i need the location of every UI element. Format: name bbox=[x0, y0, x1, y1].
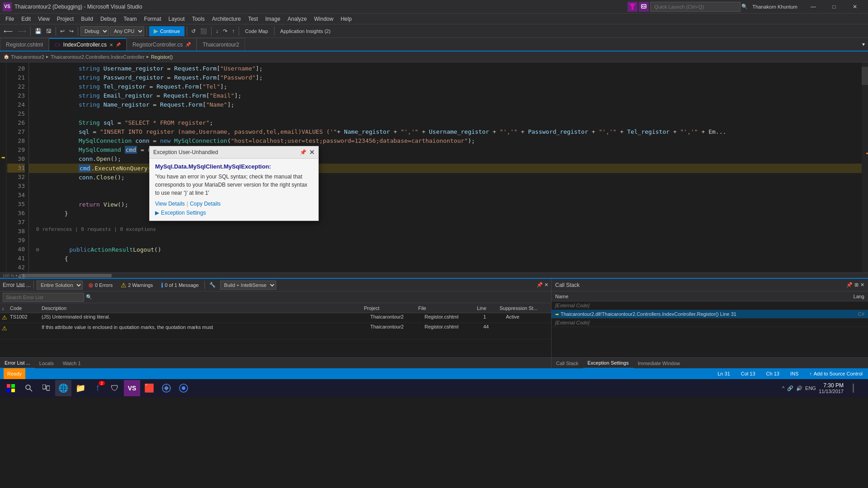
cs-pin-button[interactable]: 📌 bbox=[846, 282, 853, 288]
cs-float-button[interactable]: ⊞ bbox=[854, 282, 859, 288]
menu-view[interactable]: View bbox=[34, 14, 53, 24]
menu-debug[interactable]: Debug bbox=[97, 14, 120, 24]
nav-forward-button[interactable]: ⟶ bbox=[15, 27, 28, 36]
menu-layout[interactable]: Layout bbox=[165, 14, 189, 24]
error-row-2[interactable]: ⚠ If this attribute value is enclosed in… bbox=[0, 323, 551, 339]
tab-thaicarontour[interactable]: Thaicarontour2 bbox=[197, 38, 245, 51]
tray-clock[interactable]: 7:30 PM 11/13/2017 bbox=[819, 382, 844, 394]
undo-button[interactable]: ↩ bbox=[58, 27, 66, 35]
status-ins[interactable]: INS bbox=[788, 371, 800, 376]
tab-error-list[interactable]: Error List ... bbox=[0, 358, 35, 369]
menu-file[interactable]: File bbox=[2, 14, 18, 24]
taskbar-taskview-button[interactable] bbox=[38, 380, 54, 396]
menu-team[interactable]: Team bbox=[120, 14, 140, 24]
editor-scrollbar[interactable] bbox=[862, 62, 868, 272]
tab-overflow-button[interactable]: ▾ bbox=[859, 38, 868, 51]
col-desc-header[interactable]: Description bbox=[40, 305, 362, 311]
status-ch[interactable]: Ch 13 bbox=[764, 371, 781, 376]
tab-immediate-window[interactable]: Immediate Window bbox=[633, 358, 685, 369]
cpu-dropdown[interactable]: Any CPU bbox=[110, 26, 144, 36]
debug-mode-dropdown[interactable]: Debug bbox=[80, 26, 109, 36]
taskbar-chrome2-button[interactable] bbox=[175, 380, 192, 396]
copy-details-link[interactable]: Copy Details bbox=[190, 201, 221, 207]
taskbar-chrome1-button[interactable] bbox=[158, 380, 175, 396]
menu-build[interactable]: Build bbox=[77, 14, 97, 24]
menu-format[interactable]: Format bbox=[141, 14, 165, 24]
step-over-button[interactable]: ↷ bbox=[221, 27, 229, 35]
menu-test[interactable]: Test bbox=[245, 14, 262, 24]
maximize-button[interactable]: □ bbox=[824, 0, 844, 14]
menu-help[interactable]: Help bbox=[337, 14, 355, 24]
code-map-button[interactable]: Code Map bbox=[241, 28, 272, 35]
tab-registor[interactable]: Registor.cshtml bbox=[0, 38, 49, 51]
hscroll-track[interactable] bbox=[21, 274, 867, 277]
step-out-button[interactable]: ↑ bbox=[230, 27, 236, 35]
tray-volume-icon[interactable]: 🔊 bbox=[796, 385, 802, 391]
tab-reg-pin[interactable]: 📌 bbox=[185, 42, 191, 47]
taskbar-search-button[interactable] bbox=[21, 380, 37, 396]
status-ln[interactable]: Ln 31 bbox=[716, 371, 732, 376]
taskbar-ie-button[interactable]: 🌐 bbox=[55, 380, 71, 396]
taskbar-vs-app-button[interactable]: VS bbox=[124, 380, 140, 396]
tray-network-icon[interactable]: 🔗 bbox=[787, 385, 793, 391]
ready-indicator[interactable]: Ready bbox=[4, 368, 25, 379]
exception-pin-button[interactable]: 📌 bbox=[300, 149, 307, 155]
ep-pin-button[interactable]: 📌 bbox=[537, 282, 543, 288]
source-control-button[interactable]: ↑ Add to Source Control bbox=[807, 371, 864, 376]
close-button[interactable]: ✕ bbox=[844, 0, 865, 14]
show-desktop-button[interactable] bbox=[846, 379, 863, 397]
status-col[interactable]: Col 13 bbox=[739, 371, 757, 376]
errors-button[interactable]: ⊗ 0 Errors bbox=[85, 281, 115, 289]
menu-analyze[interactable]: Analyze bbox=[284, 14, 311, 24]
taskbar-explorer-button[interactable]: 📁 bbox=[72, 380, 89, 396]
tab-indexcontroller[interactable]: C# IndexController.cs ✕ 📌 bbox=[49, 38, 127, 51]
continue-button[interactable]: ▶ Continue bbox=[149, 26, 184, 36]
editor-hscrollbar[interactable]: 100 % ▾ bbox=[0, 272, 868, 278]
redo-button[interactable]: ↪ bbox=[67, 27, 75, 35]
col-code-header[interactable]: Code bbox=[8, 305, 40, 311]
build-dropdown[interactable]: Build + IntelliSense bbox=[220, 281, 276, 290]
view-details-link[interactable]: View Details bbox=[155, 201, 185, 207]
step-into-button[interactable]: ↓ bbox=[214, 27, 220, 35]
ep-close-button[interactable]: ✕ bbox=[544, 282, 548, 288]
scope-dropdown[interactable]: Entire Solution bbox=[37, 281, 83, 290]
menu-project[interactable]: Project bbox=[53, 14, 77, 24]
warnings-button[interactable]: ⚠ 2 Warnings bbox=[118, 281, 156, 289]
menu-window[interactable]: Window bbox=[311, 14, 337, 24]
taskbar-fb-button[interactable]: f 2 bbox=[90, 380, 106, 396]
tab-call-stack[interactable]: Call Stack bbox=[552, 358, 583, 369]
scrollbar-thumb[interactable] bbox=[862, 67, 868, 85]
tab-registorcontroller[interactable]: RegistorController.cs 📌 bbox=[127, 38, 197, 51]
menu-edit[interactable]: Edit bbox=[18, 14, 34, 24]
menu-image[interactable]: Image bbox=[262, 14, 284, 24]
error-search-input[interactable] bbox=[3, 293, 84, 302]
quick-launch-input[interactable] bbox=[650, 2, 741, 12]
tab-watch[interactable]: Watch 1 bbox=[58, 358, 85, 369]
col-supp-header[interactable]: Suppression St... bbox=[498, 305, 543, 311]
nav-back-button[interactable]: ⟵ bbox=[2, 27, 14, 36]
error-row-1[interactable]: ⚠ TS1002 (JS) Unterminated string litera… bbox=[0, 313, 551, 323]
build-target-button[interactable]: 🔧 bbox=[208, 282, 217, 288]
col-line-header[interactable]: Line bbox=[475, 305, 498, 311]
col-file-header[interactable]: File bbox=[416, 305, 475, 311]
start-button[interactable] bbox=[2, 379, 20, 397]
messages-button[interactable]: ℹ 0 of 1 Message bbox=[158, 281, 201, 289]
cs-row-method[interactable]: ➡ Thaicarontour2.dll!Thaicarontour2.Cont… bbox=[552, 310, 868, 319]
taskbar-red-button[interactable]: 🟥 bbox=[141, 380, 157, 396]
tab-locals[interactable]: Locals bbox=[35, 358, 58, 369]
menu-tools[interactable]: Tools bbox=[189, 14, 208, 24]
app-insights-button[interactable]: Application Insights (2) bbox=[277, 28, 334, 35]
tab-exception-settings[interactable]: Exception Settings bbox=[583, 358, 633, 369]
save-all-button[interactable]: 🖫 bbox=[44, 27, 53, 35]
exception-settings-link[interactable]: ▶ Exception Settings bbox=[155, 210, 313, 216]
tab-pin-icon[interactable]: 📌 bbox=[116, 42, 121, 47]
exception-close-button[interactable]: ✕ bbox=[309, 149, 315, 156]
restart-button[interactable]: ↺ bbox=[189, 27, 198, 35]
hscroll-thumb[interactable] bbox=[21, 274, 112, 277]
collapse-icon-40[interactable]: ⊟ bbox=[36, 245, 39, 254]
tab-close-icon[interactable]: ✕ bbox=[109, 42, 113, 47]
taskbar-vs-button[interactable]: 🛡 bbox=[107, 380, 123, 396]
menu-architecture[interactable]: Architecture bbox=[208, 14, 245, 24]
stop-button[interactable]: ⬛ bbox=[198, 27, 209, 35]
col-proj-header[interactable]: Project bbox=[362, 305, 416, 311]
